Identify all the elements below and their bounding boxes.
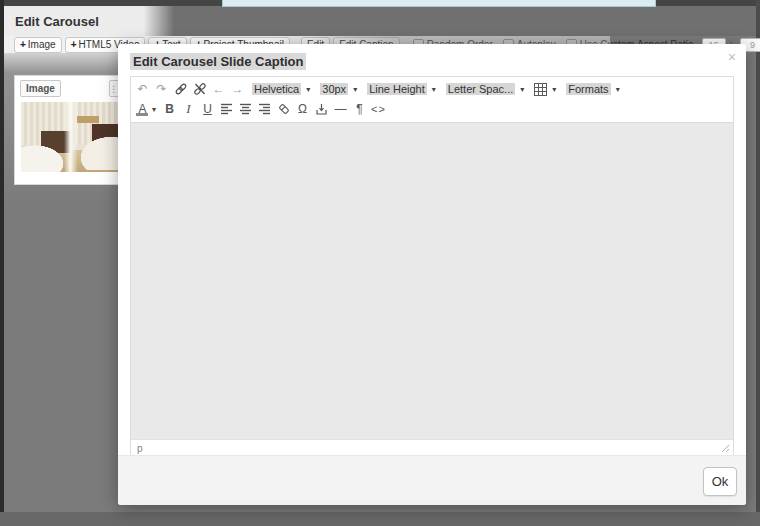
remove-format-icon[interactable] xyxy=(274,100,293,118)
plus-icon: + xyxy=(20,39,26,50)
redo-icon[interactable]: ↷ xyxy=(152,80,171,98)
unlink-icon[interactable] xyxy=(190,80,209,98)
font-size-select[interactable]: 30px ▾ xyxy=(320,83,357,95)
line-height-value: Line Height xyxy=(367,83,427,95)
notification-bar-edge xyxy=(222,0,656,7)
modal-footer: Ok xyxy=(118,455,746,505)
rich-text-editor: ↶ ↷ ← → Helvetica ▾ xyxy=(130,76,734,457)
slide-thumbnail-image xyxy=(21,102,118,172)
paragraph-marks-icon[interactable]: ¶ xyxy=(350,100,369,118)
table-select[interactable]: ▾ xyxy=(534,83,556,96)
align-left-icon[interactable] xyxy=(217,100,236,118)
link-icon[interactable] xyxy=(171,80,190,98)
formats-value: Formats xyxy=(566,83,610,95)
chevron-down-icon: ▾ xyxy=(552,85,556,94)
align-right-icon[interactable] xyxy=(255,100,274,118)
modal-header: Edit Carousel Slide Caption xyxy=(130,52,306,70)
italic-button[interactable]: I xyxy=(179,100,198,118)
table-icon xyxy=(534,83,547,96)
slide-card[interactable]: Image ⋮⋮ xyxy=(14,75,124,185)
page-right-strip xyxy=(756,0,760,512)
add-image-button[interactable]: + Image xyxy=(14,37,62,53)
slide-type-badge: Image xyxy=(20,80,61,97)
line-height-select[interactable]: Line Height ▾ xyxy=(367,83,436,95)
ok-button[interactable]: Ok xyxy=(703,467,737,496)
edit-carousel-header: Edit Carousel xyxy=(4,6,174,36)
back-arrow-icon[interactable]: ← xyxy=(209,80,228,98)
letter-spacing-select[interactable]: Letter Spac... ▾ xyxy=(446,83,524,95)
horizontal-rule-icon[interactable]: — xyxy=(331,100,350,118)
modal-title: Edit Carousel Slide Caption xyxy=(130,53,306,70)
underline-button[interactable]: U xyxy=(198,100,217,118)
page-bottom-strip xyxy=(0,512,760,526)
chevron-down-icon: ▾ xyxy=(520,85,524,94)
letter-spacing-value: Letter Spac... xyxy=(446,83,515,95)
align-center-icon[interactable] xyxy=(236,100,255,118)
edit-carousel-title: Edit Carousel xyxy=(15,14,99,29)
special-character-icon[interactable]: Ω xyxy=(293,100,312,118)
bold-button[interactable]: B xyxy=(160,100,179,118)
editor-toolbar-row1: ↶ ↷ ← → Helvetica ▾ xyxy=(133,79,731,99)
element-path: p xyxy=(134,443,143,454)
font-size-value: 30px xyxy=(320,83,348,95)
resize-grip-icon[interactable] xyxy=(721,444,730,453)
edit-caption-modal: Edit Carousel Slide Caption × ↶ ↷ xyxy=(118,44,746,505)
editor-content-area[interactable] xyxy=(131,123,733,439)
undo-icon[interactable]: ↶ xyxy=(133,80,152,98)
source-code-icon[interactable]: <> xyxy=(369,100,388,118)
editor-statusbar: p xyxy=(131,439,733,456)
editor-toolbar: ↶ ↷ ← → Helvetica ▾ xyxy=(131,77,733,123)
chevron-down-icon: ▾ xyxy=(306,85,310,94)
formats-select[interactable]: Formats ▾ xyxy=(566,83,619,95)
chevron-down-icon: ▾ xyxy=(616,85,620,94)
font-family-value: Helvetica xyxy=(252,83,301,95)
color-swatch xyxy=(136,113,148,116)
insert-break-icon[interactable] xyxy=(312,100,331,118)
chevron-down-icon: ▾ xyxy=(432,85,436,94)
forward-arrow-icon[interactable]: → xyxy=(228,80,247,98)
add-image-label: Image xyxy=(28,39,56,50)
editor-toolbar-row2: A ▾ B I U xyxy=(133,99,731,119)
close-icon[interactable]: × xyxy=(728,50,736,64)
font-family-select[interactable]: Helvetica ▾ xyxy=(252,83,310,95)
text-color-button[interactable]: A xyxy=(133,100,152,118)
chevron-down-icon[interactable]: ▾ xyxy=(152,105,156,114)
plus-icon: + xyxy=(71,39,77,50)
screen: Edit Carousel + Image + HTML5 Video + Te… xyxy=(0,0,760,526)
chevron-down-icon: ▾ xyxy=(353,85,357,94)
